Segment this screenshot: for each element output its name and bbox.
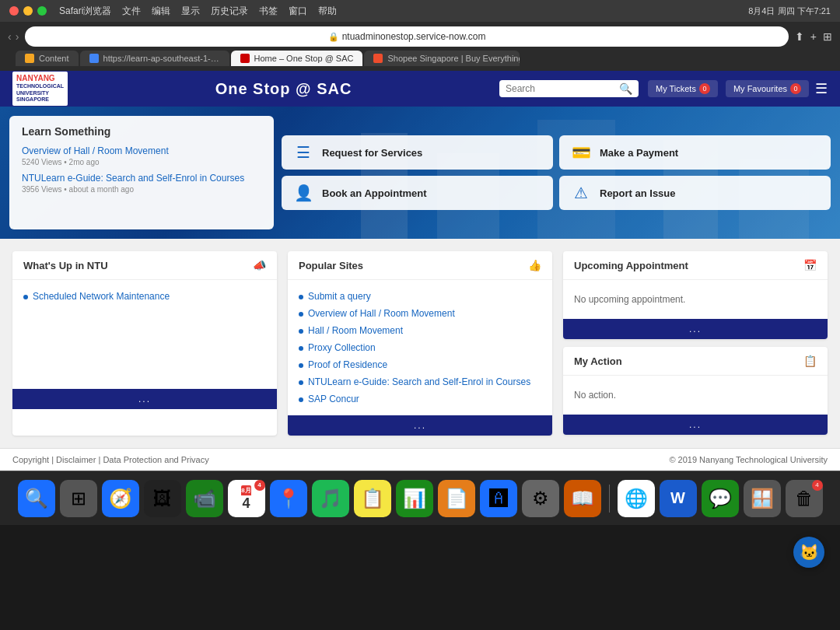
book-appointment-button[interactable]: 👤 Book an Appointment <box>282 176 553 210</box>
site-link-2[interactable]: Overview of Hall / Room Movement <box>308 308 455 319</box>
dock-windows[interactable]: 🪟 <box>744 480 781 517</box>
search-input[interactable] <box>506 83 614 94</box>
hamburger-button[interactable]: ☰ <box>815 80 828 97</box>
news-item-1[interactable]: Scheduled Network Maintenance <box>33 291 170 302</box>
dock-numbers[interactable]: 📊 <box>396 480 433 517</box>
dock-word[interactable]: W <box>660 480 697 517</box>
window-controls[interactable] <box>9 6 47 16</box>
whats-up-footer[interactable]: ... <box>12 389 277 409</box>
upcoming-title: Upcoming Appointment <box>574 260 688 271</box>
menu-history[interactable]: 历史记录 <box>211 5 248 18</box>
tab-label[interactable]: Content <box>39 54 69 63</box>
dock-chrome[interactable]: 🌐 <box>618 480 655 517</box>
browser-tabs[interactable]: Content https://learn-ap-southeast-1-pro… <box>8 51 832 66</box>
dock-maps[interactable]: 📍 <box>270 480 307 517</box>
learn-item-1[interactable]: Overview of Hall / Room Movement 5240 Vi… <box>22 145 261 166</box>
learn-link-1[interactable]: Overview of Hall / Room Movement <box>22 145 261 156</box>
report-issue-button[interactable]: ⚠ Report an Issue <box>559 176 831 210</box>
list-item[interactable]: Submit a query <box>299 288 541 305</box>
make-payment-button[interactable]: 💳 Make a Payment <box>559 135 831 170</box>
url-text[interactable]: ntuadminonestop.service-now.com <box>342 31 486 42</box>
menu-edit[interactable]: 编辑 <box>152 5 170 18</box>
dock-finder[interactable]: 🔍 <box>18 480 55 517</box>
tab-content[interactable]: Content <box>16 51 79 66</box>
logo-sg: SINGAPORE <box>16 96 64 103</box>
site-link-5[interactable]: Proof of Residence <box>308 359 387 370</box>
dock-pages[interactable]: 📄 <box>438 480 475 517</box>
learn-item-2[interactable]: NTULearn e-Guide: Search and Self-Enrol … <box>22 173 261 194</box>
list-item[interactable]: Proof of Residence <box>299 356 541 373</box>
close-btn[interactable] <box>9 6 19 16</box>
dock-spotify[interactable]: 🎵 <box>312 480 349 517</box>
my-action-widget: My Action 📋 No action. ... <box>563 347 828 435</box>
my-tickets-button[interactable]: My Tickets 0 <box>648 80 718 97</box>
tab-favicon <box>25 54 34 63</box>
menu-file[interactable]: 文件 <box>122 5 141 18</box>
site-link-3[interactable]: Hall / Room Movement <box>308 325 403 336</box>
minimize-btn[interactable] <box>23 6 33 16</box>
dock-appstore[interactable]: 🅰 <box>480 480 517 517</box>
forward-button[interactable]: › <box>16 30 19 43</box>
whats-up-body: Scheduled Network Maintenance <box>12 280 277 389</box>
footer-data-link[interactable]: Data Protection and Privacy <box>103 455 208 464</box>
dock-facetime[interactable]: 📹 <box>186 480 223 517</box>
dock-photos[interactable]: 🖼 <box>144 480 181 517</box>
dock-dictionary[interactable]: 📖 <box>564 480 601 517</box>
site-link-6[interactable]: NTULearn e-Guide: Search and Self-Enrol … <box>308 376 530 387</box>
footer-more[interactable]: ... <box>689 419 702 430</box>
bullet-point <box>299 329 303 334</box>
site-link-7[interactable]: SAP Concur <box>308 394 359 404</box>
menu-bookmarks[interactable]: 书签 <box>259 5 278 18</box>
list-item[interactable]: Scheduled Network Maintenance <box>23 288 266 305</box>
footer-copyright-link[interactable]: Copyright <box>12 455 49 464</box>
menu-view[interactable]: 显示 <box>181 5 200 18</box>
search-button[interactable]: 🔍 <box>619 82 632 95</box>
footer-more[interactable]: ... <box>414 420 426 431</box>
list-item[interactable]: Proxy Collection <box>299 339 541 356</box>
list-item[interactable]: NTULearn e-Guide: Search and Self-Enrol … <box>299 373 541 390</box>
new-tab-icon[interactable]: + <box>810 30 817 43</box>
calendar-badge: 4 <box>254 480 265 491</box>
dock-safari[interactable]: 🧭 <box>102 480 139 517</box>
dock-trash[interactable]: 🗑 4 <box>786 480 823 517</box>
address-bar[interactable]: 🔒 ntuadminonestop.service-now.com <box>25 26 788 47</box>
dock-launchpad[interactable]: ⊞ <box>60 480 97 517</box>
tab-label[interactable]: Home – One Stop @ SAC <box>254 54 354 63</box>
browser-action-buttons[interactable]: ⬆ + ⊞ <box>795 30 832 43</box>
popular-sites-footer[interactable]: ... <box>288 415 552 436</box>
no-appointment-text: No upcoming appointment. <box>574 288 817 311</box>
footer-more[interactable]: ... <box>689 324 702 334</box>
tab-home[interactable]: Home – One Stop @ SAC <box>231 51 363 66</box>
site-link-4[interactable]: Proxy Collection <box>308 342 376 353</box>
tab-label[interactable]: https://learn-ap-southeast-1-prod-fleet0… <box>103 54 220 63</box>
footer-more[interactable]: ... <box>138 394 151 404</box>
upcoming-footer[interactable]: ... <box>563 319 828 339</box>
share-icon[interactable]: ⬆ <box>795 30 804 43</box>
dock-wechat[interactable]: 💬 <box>702 480 739 517</box>
list-item[interactable]: Overview of Hall / Room Movement <box>299 305 541 322</box>
maximize-btn[interactable] <box>37 6 47 16</box>
back-button[interactable]: ‹ <box>8 30 12 43</box>
search-form[interactable]: 🔍 <box>499 80 639 97</box>
menu-window[interactable]: 窗口 <box>289 5 307 18</box>
dock-calendar[interactable]: 8月 4 4 <box>228 480 265 517</box>
list-item[interactable]: Hall / Room Movement <box>299 322 541 339</box>
menu-safari[interactable]: Safari浏览器 <box>59 5 111 18</box>
site-link-1[interactable]: Submit a query <box>308 291 371 302</box>
floating-chat-button[interactable]: 🐱 <box>793 537 824 568</box>
tab-label[interactable]: Shopee Singapore | Buy Everything On Sho… <box>387 54 520 63</box>
dock-systemprefs[interactable]: ⚙ <box>522 480 559 517</box>
dock-notes[interactable]: 📋 <box>354 480 391 517</box>
menu-help[interactable]: 帮助 <box>318 5 337 18</box>
tab-learn[interactable]: https://learn-ap-southeast-1-prod-fleet0… <box>80 51 229 66</box>
footer-disclaimer-link[interactable]: Disclaimer <box>56 455 96 464</box>
trash-badge: 4 <box>812 480 823 491</box>
my-action-footer[interactable]: ... <box>563 415 828 435</box>
nav-buttons[interactable]: ‹ › <box>8 30 19 43</box>
request-services-button[interactable]: ☰ Request for Services <box>282 135 553 170</box>
my-favourites-button[interactable]: My Favourites 0 <box>726 80 809 97</box>
learn-link-2[interactable]: NTULearn e-Guide: Search and Self-Enrol … <box>22 173 261 184</box>
list-item[interactable]: SAP Concur <box>299 390 541 408</box>
tab-grid-icon[interactable]: ⊞ <box>823 30 832 43</box>
tab-shopee[interactable]: Shopee Singapore | Buy Everything On Sho… <box>364 51 520 66</box>
